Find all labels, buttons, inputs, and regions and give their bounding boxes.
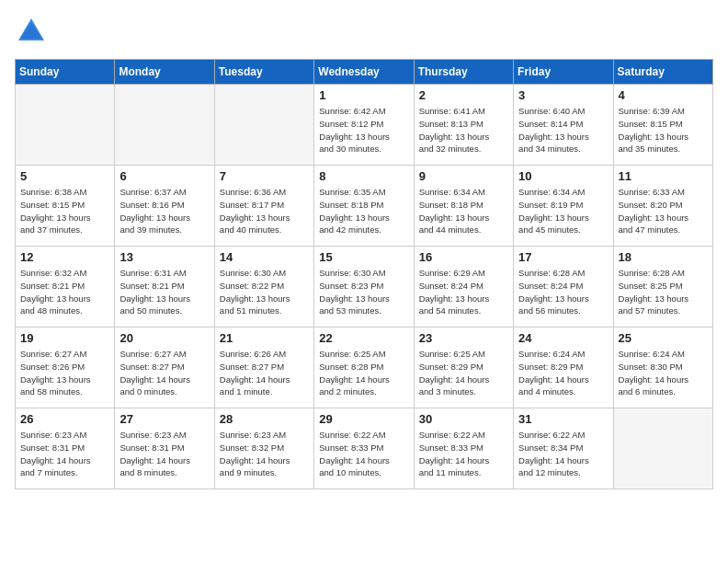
day-info: Sunrise: 6:27 AM Sunset: 8:26 PM Dayligh… — [20, 348, 109, 398]
day-info: Sunrise: 6:25 AM Sunset: 8:28 PM Dayligh… — [319, 348, 408, 398]
day-number: 30 — [419, 412, 508, 426]
calendar-body: 1Sunrise: 6:42 AM Sunset: 8:12 PM Daylig… — [16, 85, 713, 489]
day-number: 23 — [419, 331, 508, 345]
calendar-cell: 18Sunrise: 6:28 AM Sunset: 8:25 PM Dayli… — [613, 247, 712, 327]
day-info: Sunrise: 6:31 AM Sunset: 8:21 PM Dayligh… — [119, 267, 209, 317]
day-info: Sunrise: 6:24 AM Sunset: 8:30 PM Dayligh… — [619, 348, 708, 398]
calendar-week-4: 19Sunrise: 6:27 AM Sunset: 8:26 PM Dayli… — [16, 327, 713, 408]
day-number: 18 — [619, 250, 708, 264]
calendar-cell: 6Sunrise: 6:37 AM Sunset: 8:16 PM Daylig… — [115, 166, 214, 247]
day-number: 8 — [319, 169, 408, 183]
day-number: 11 — [619, 169, 708, 183]
column-header-wednesday: Wednesday — [314, 60, 414, 85]
calendar-week-1: 1Sunrise: 6:42 AM Sunset: 8:12 PM Daylig… — [16, 85, 713, 166]
calendar-cell — [115, 85, 214, 166]
day-number: 10 — [518, 169, 608, 183]
day-info: Sunrise: 6:23 AM Sunset: 8:31 PM Dayligh… — [20, 429, 109, 479]
day-info: Sunrise: 6:35 AM Sunset: 8:18 PM Dayligh… — [319, 186, 408, 236]
day-number: 13 — [119, 250, 209, 264]
day-info: Sunrise: 6:34 AM Sunset: 8:18 PM Dayligh… — [419, 186, 508, 236]
day-number: 9 — [419, 169, 508, 183]
calendar-cell: 12Sunrise: 6:32 AM Sunset: 8:21 PM Dayli… — [16, 247, 115, 327]
calendar-cell: 17Sunrise: 6:28 AM Sunset: 8:24 PM Dayli… — [514, 247, 613, 327]
calendar-cell: 21Sunrise: 6:26 AM Sunset: 8:27 PM Dayli… — [214, 327, 313, 408]
day-number: 20 — [119, 331, 209, 345]
page-header — [15, 15, 713, 48]
day-number: 2 — [419, 88, 508, 102]
day-info: Sunrise: 6:34 AM Sunset: 8:19 PM Dayligh… — [518, 186, 608, 236]
day-number: 3 — [518, 88, 608, 102]
calendar-cell: 2Sunrise: 6:41 AM Sunset: 8:13 PM Daylig… — [414, 85, 513, 166]
calendar-cell: 23Sunrise: 6:25 AM Sunset: 8:29 PM Dayli… — [414, 327, 513, 408]
day-number: 26 — [20, 412, 109, 426]
day-number: 29 — [319, 412, 408, 426]
calendar-cell — [613, 408, 712, 489]
day-number: 4 — [619, 88, 708, 102]
day-info: Sunrise: 6:22 AM Sunset: 8:33 PM Dayligh… — [319, 429, 408, 479]
calendar-cell: 28Sunrise: 6:23 AM Sunset: 8:32 PM Dayli… — [214, 408, 313, 489]
day-info: Sunrise: 6:37 AM Sunset: 8:16 PM Dayligh… — [119, 186, 209, 236]
day-info: Sunrise: 6:27 AM Sunset: 8:27 PM Dayligh… — [119, 348, 209, 398]
calendar-cell: 30Sunrise: 6:22 AM Sunset: 8:33 PM Dayli… — [414, 408, 513, 489]
calendar-cell: 25Sunrise: 6:24 AM Sunset: 8:30 PM Dayli… — [613, 327, 712, 408]
calendar-cell: 15Sunrise: 6:30 AM Sunset: 8:23 PM Dayli… — [314, 247, 414, 327]
column-header-saturday: Saturday — [613, 60, 712, 85]
svg-marker-1 — [20, 22, 42, 39]
column-header-tuesday: Tuesday — [214, 60, 313, 85]
calendar-cell: 11Sunrise: 6:33 AM Sunset: 8:20 PM Dayli… — [613, 166, 712, 247]
day-info: Sunrise: 6:42 AM Sunset: 8:12 PM Dayligh… — [319, 105, 408, 155]
calendar-cell — [16, 85, 115, 166]
calendar-cell: 8Sunrise: 6:35 AM Sunset: 8:18 PM Daylig… — [314, 166, 414, 247]
calendar-cell: 19Sunrise: 6:27 AM Sunset: 8:26 PM Dayli… — [16, 327, 115, 408]
day-info: Sunrise: 6:36 AM Sunset: 8:17 PM Dayligh… — [220, 186, 309, 236]
calendar-header: SundayMondayTuesdayWednesdayThursdayFrid… — [16, 60, 713, 85]
calendar-cell: 31Sunrise: 6:22 AM Sunset: 8:34 PM Dayli… — [514, 408, 613, 489]
day-number: 28 — [220, 412, 309, 426]
day-number: 14 — [220, 250, 309, 264]
day-info: Sunrise: 6:22 AM Sunset: 8:34 PM Dayligh… — [518, 429, 608, 479]
day-info: Sunrise: 6:23 AM Sunset: 8:31 PM Dayligh… — [119, 429, 209, 479]
day-number: 27 — [119, 412, 209, 426]
day-number: 6 — [119, 169, 209, 183]
day-number: 7 — [220, 169, 309, 183]
calendar-cell: 14Sunrise: 6:30 AM Sunset: 8:22 PM Dayli… — [214, 247, 313, 327]
day-info: Sunrise: 6:39 AM Sunset: 8:15 PM Dayligh… — [619, 105, 708, 155]
calendar-cell: 10Sunrise: 6:34 AM Sunset: 8:19 PM Dayli… — [514, 166, 613, 247]
day-info: Sunrise: 6:24 AM Sunset: 8:29 PM Dayligh… — [518, 348, 608, 398]
day-number: 1 — [319, 88, 408, 102]
day-info: Sunrise: 6:40 AM Sunset: 8:14 PM Dayligh… — [518, 105, 608, 155]
day-info: Sunrise: 6:25 AM Sunset: 8:29 PM Dayligh… — [419, 348, 508, 398]
column-header-monday: Monday — [115, 60, 214, 85]
day-info: Sunrise: 6:22 AM Sunset: 8:33 PM Dayligh… — [419, 429, 508, 479]
day-number: 16 — [419, 250, 508, 264]
calendar-cell — [214, 85, 313, 166]
column-header-friday: Friday — [514, 60, 613, 85]
calendar-cell: 1Sunrise: 6:42 AM Sunset: 8:12 PM Daylig… — [314, 85, 414, 166]
calendar-week-3: 12Sunrise: 6:32 AM Sunset: 8:21 PM Dayli… — [16, 247, 713, 327]
day-number: 31 — [518, 412, 608, 426]
logo — [15, 15, 51, 48]
day-info: Sunrise: 6:28 AM Sunset: 8:25 PM Dayligh… — [619, 267, 708, 317]
calendar-week-2: 5Sunrise: 6:38 AM Sunset: 8:15 PM Daylig… — [16, 166, 713, 247]
calendar-cell: 13Sunrise: 6:31 AM Sunset: 8:21 PM Dayli… — [115, 247, 214, 327]
day-number: 24 — [518, 331, 608, 345]
day-number: 5 — [20, 169, 109, 183]
calendar-cell: 16Sunrise: 6:29 AM Sunset: 8:24 PM Dayli… — [414, 247, 513, 327]
calendar-cell: 20Sunrise: 6:27 AM Sunset: 8:27 PM Dayli… — [115, 327, 214, 408]
day-number: 12 — [20, 250, 109, 264]
calendar-cell: 7Sunrise: 6:36 AM Sunset: 8:17 PM Daylig… — [214, 166, 313, 247]
day-info: Sunrise: 6:30 AM Sunset: 8:22 PM Dayligh… — [220, 267, 309, 317]
column-header-thursday: Thursday — [414, 60, 513, 85]
calendar-table: SundayMondayTuesdayWednesdayThursdayFrid… — [15, 59, 713, 489]
day-info: Sunrise: 6:28 AM Sunset: 8:24 PM Dayligh… — [518, 267, 608, 317]
day-info: Sunrise: 6:32 AM Sunset: 8:21 PM Dayligh… — [20, 267, 109, 317]
calendar-cell: 26Sunrise: 6:23 AM Sunset: 8:31 PM Dayli… — [16, 408, 115, 489]
day-info: Sunrise: 6:26 AM Sunset: 8:27 PM Dayligh… — [220, 348, 309, 398]
day-info: Sunrise: 6:29 AM Sunset: 8:24 PM Dayligh… — [419, 267, 508, 317]
calendar-cell: 24Sunrise: 6:24 AM Sunset: 8:29 PM Dayli… — [514, 327, 613, 408]
calendar-cell: 29Sunrise: 6:22 AM Sunset: 8:33 PM Dayli… — [314, 408, 414, 489]
day-info: Sunrise: 6:23 AM Sunset: 8:32 PM Dayligh… — [220, 429, 309, 479]
day-number: 25 — [619, 331, 708, 345]
day-info: Sunrise: 6:38 AM Sunset: 8:15 PM Dayligh… — [20, 186, 109, 236]
day-number: 15 — [319, 250, 408, 264]
